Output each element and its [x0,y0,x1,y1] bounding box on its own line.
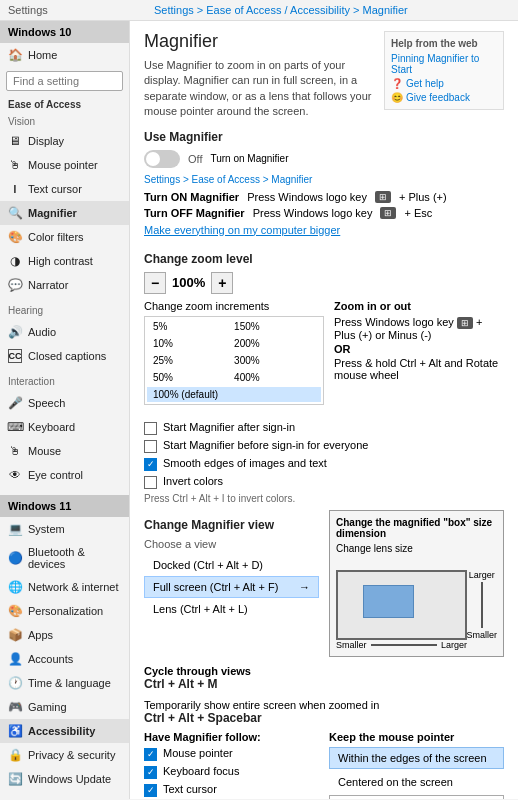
view-option-lens[interactable]: Lens (Ctrl + Alt + L) [144,598,319,620]
sidebar-item-high-contrast[interactable]: ◑ High contrast [0,249,129,273]
sidebar-item-eye-control[interactable]: 👁 Eye control [0,463,129,487]
time-language-icon: 🕐 [8,676,22,690]
lens-col: Change the magnified "box" size dimensio… [329,510,504,657]
view-option-fullscreen[interactable]: Full screen (Ctrl + Alt + F) → [144,576,319,598]
follow-mouse-checkbox[interactable]: ✓ [144,748,157,761]
table-row-selected[interactable]: 100% (default) [147,387,321,402]
sidebar-item-color-filters[interactable]: 🎨 Color filters [0,225,129,249]
zoom-plus-button[interactable]: + [211,272,233,294]
closed-captions-icon: CC [8,349,22,363]
help-title: Help from the web [391,38,497,49]
smaller-label: Smaller [466,630,497,640]
zoom-level-title: Change zoom level [144,252,504,266]
zoom-inout-line3: Press & hold Ctrl + Alt and Rotate mouse… [334,357,504,381]
start-after-signin-checkbox[interactable] [144,422,157,435]
accessibility-icon: ♿ [8,724,22,738]
sidebar-item-audio[interactable]: 🔊 Audio [0,320,129,344]
zoom-inout-line1: Press Windows logo key ⊞ + Plus (+) or M… [334,316,504,341]
turn-off-key-row: Turn OFF Magnifier Press Windows logo ke… [144,207,504,219]
mouse-icon: 🖱 [8,444,22,458]
sidebar-item-text-cursor[interactable]: I Text cursor [0,177,129,201]
sidebar-home[interactable]: 🏠 Home [0,43,129,67]
follow-col: Have Magnifier follow: ✓ Mouse pointer ✓… [144,731,319,799]
zoom-increment-table[interactable]: 5%150% 10%200% 25%300% 50%400% 100% (def… [144,316,324,405]
zoom-increment-col: Change zoom increments 5%150% 10%200% 25… [144,300,324,413]
mouse-within-edges[interactable]: Within the edges of the screen [329,747,504,769]
turn-on-key-row: Turn ON Magnifier Press Windows logo key… [144,191,504,203]
follow-text-cursor-checkbox[interactable]: ✓ [144,784,157,797]
toggle-knob [146,152,160,166]
sidebar-item-display[interactable]: 🖥 Display [0,129,129,153]
feedback-icon: 😊 [391,92,403,103]
sidebar-item-bluetooth[interactable]: 🔵 Bluetooth & devices [0,541,129,575]
lens-outer-box [336,570,467,640]
lens-subtitle: Change lens size [336,543,497,554]
h-arrow-line [371,644,437,646]
help-link-get[interactable]: Get help [406,78,444,89]
sidebar-item-accessibility[interactable]: ♿ Accessibility [0,719,129,743]
esc-label: + Esc [404,207,432,219]
mouse-pointer-dropdown[interactable]: Centered on the screen ▼ [329,795,504,799]
interaction-label: Interaction [0,372,129,391]
invert-colors-checkbox[interactable] [144,476,157,489]
view-option-docked[interactable]: Docked (Ctrl + Alt + D) [144,554,319,576]
help-link-feedback[interactable]: Give feedback [406,92,470,103]
table-row[interactable]: 50%400% [147,370,321,385]
arrow-right-icon: → [299,581,310,593]
narrator-icon: 💬 [8,278,22,292]
help-link-pin[interactable]: Pinning Magnifier to Start [391,53,497,75]
turn-on-label-bold: Turn ON Magnifier [144,191,239,203]
follow-keyboard-checkbox[interactable]: ✓ [144,766,157,779]
larger-label: Larger [469,570,495,580]
windows-key-off: ⊞ [380,207,396,219]
view-and-lens-col: Change Magnifier view Choose a view Dock… [144,510,504,657]
zoom-inout-title: Zoom in or out [334,300,504,312]
lens-diagram-container: Change the magnified "box" size dimensio… [329,510,504,657]
follow-mouse-row: ✓ Mouse pointer [144,747,319,761]
sidebar-item-keyboard[interactable]: ⌨ Keyboard [0,415,129,439]
table-row[interactable]: 5%150% [147,319,321,334]
keyboard-icon: ⌨ [8,420,22,434]
sidebar-item-narrator[interactable]: 💬 Narrator [0,273,129,297]
sidebar-item-accounts[interactable]: 👤 Accounts [0,647,129,671]
settings-breadcrumb: Settings > Ease of Access > Magnifier [144,174,504,185]
sidebar-item-mouse-pointer[interactable]: 🖱 Mouse pointer [0,153,129,177]
make-bigger-link[interactable]: Make everything on my computer bigger [144,224,340,236]
table-row[interactable]: 25%300% [147,353,321,368]
speech-icon: 🎤 [8,396,22,410]
vision-label: Vision [0,114,129,129]
turn-off-label-bold: Turn OFF Magnifier [144,207,245,219]
mouse-centered[interactable]: Centered on the screen [329,771,504,793]
magnifier-toggle[interactable] [144,150,180,168]
sidebar-item-closed-captions[interactable]: CC Closed captions [0,344,129,368]
lens-diagram: Larger Smaller Smaller Larger [336,560,497,650]
start-before-signin-checkbox[interactable] [144,440,157,453]
change-view-title: Change Magnifier view [144,518,319,532]
smooth-edges-checkbox[interactable]: ✓ [144,458,157,471]
privacy-icon: 🔒 [8,748,22,762]
temp-show-section: Temporarily show entire screen when zoom… [144,699,504,725]
network-icon: 🌐 [8,580,22,594]
sidebar-item-mouse[interactable]: 🖱 Mouse [0,439,129,463]
zoom-minus-button[interactable]: − [144,272,166,294]
sidebar-item-magnifier[interactable]: 🔍 Magnifier [0,201,129,225]
table-row[interactable]: 10%200% [147,336,321,351]
settings-label: Settings [8,4,48,16]
sidebar-item-privacy[interactable]: 🔒 Privacy & security [0,743,129,767]
win10-section-header: Windows 10 [0,21,129,43]
sidebar-item-network[interactable]: 🌐 Network & internet [0,575,129,599]
sidebar-item-personalization[interactable]: 🎨 Personalization [0,599,129,623]
sidebar-item-system[interactable]: 💻 System [0,517,129,541]
sidebar-item-windows-update[interactable]: 🔄 Windows Update [0,767,129,791]
follow-keyboard-row: ✓ Keyboard focus [144,765,319,779]
search-input[interactable] [6,71,123,91]
sidebar-item-speech[interactable]: 🎤 Speech [0,391,129,415]
start-before-signin-row: Start Magnifier before sign-in for every… [144,439,504,453]
temp-show-title: Temporarily show entire screen when zoom… [144,699,504,711]
use-magnifier-title: Use Magnifier [144,130,504,144]
sidebar-item-gaming[interactable]: 🎮 Gaming [0,695,129,719]
sidebar-item-time-language[interactable]: 🕐 Time & language [0,671,129,695]
lens-title: Change the magnified "box" size dimensio… [336,517,497,539]
follow-text-cursor-row: ✓ Text cursor [144,783,319,797]
sidebar-item-apps[interactable]: 📦 Apps [0,623,129,647]
